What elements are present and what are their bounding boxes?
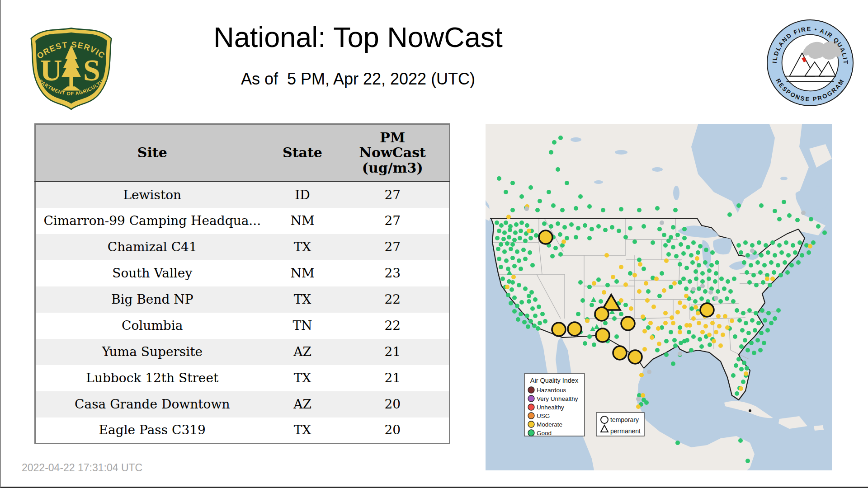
aqi-dot-good [599,299,603,304]
aqi-dot-good [519,267,523,271]
aqi-dot-good [690,260,695,265]
cell-state: AZ [269,391,336,418]
cell-site: Yuma Supersite [35,339,269,365]
aqi-dot-good [510,242,515,247]
table-row: ColumbiaTN22 [35,313,450,339]
aqi-dot-good [623,235,628,239]
aqi-dot-good [523,239,528,243]
aqi-map-svg: Air Quality Index HazardousVery Unhealth… [486,124,832,470]
aqi-dot-good [689,253,693,258]
cell-state: TX [269,286,336,313]
aqi-dot-good [666,252,671,257]
aqi-dot-good [755,338,760,343]
aqi-dot-good [614,334,619,339]
aqi-dot-good [760,308,764,313]
aqi-dot-good [795,218,800,222]
legend-item-label: Very Unhealthy [537,395,578,402]
aqi-dot-good [646,289,651,294]
aqi-dot-moderate [663,311,668,315]
aqi-dot-good [612,316,617,321]
aqi-dot-good [776,308,781,313]
cell-state: ID [269,182,336,208]
aqi-dot-good [617,229,621,233]
aqi-dot-good [662,233,666,237]
aqi-dot-good [646,325,651,330]
aqi-dot-good [504,190,508,194]
aqi-dot-moderate [638,262,642,267]
table-row: Lubbock 12th StreetTX21 [35,365,450,391]
aqi-dot-good [530,306,535,311]
aqi-dot-good [512,264,517,268]
aqi-dot-good [504,258,509,263]
header: National: Top NowCast As of 5 PM, Apr 22… [159,21,557,89]
aqi-dot-good [678,262,682,267]
aqi-dot-moderate [718,343,723,348]
aqi-dot-moderate [651,305,656,309]
aqi-dot-moderate [675,310,680,314]
aqi-dot-moderate [650,335,654,340]
aqi-dot-moderate [770,277,775,281]
aqi-dot-good [734,363,738,368]
aqi-dot-good [655,348,660,352]
aqi-dot-good [757,240,761,245]
aqi-dot-good [742,260,746,265]
aqi-dot-good [777,217,782,221]
cell-state: TX [269,418,336,444]
aqi-dot-good [703,289,708,294]
aqi-dot-moderate [721,333,725,337]
aqi-dot-good [785,270,790,275]
aqi-dot-good [754,311,758,315]
aqi-dot-good [596,224,601,229]
aqi-dot-good [497,229,501,233]
aqi-dot-good [528,236,533,240]
col-header-state: State [269,124,336,182]
aqi-dot-good [590,227,594,231]
aqi-dot-good [505,241,509,246]
cell-pm: 27 [336,208,450,234]
aqi-dot-moderate [511,275,516,279]
aqi-dot-good [506,293,510,297]
table-row: Casa Grande DowntownAZ20 [35,391,450,418]
table-row: Chamizal C41TX27 [35,234,450,260]
aqi-dot-good [737,318,742,323]
aqi-dot-good [750,243,755,248]
aqi-dot-good [796,260,801,265]
aqi-dot-moderate [714,330,718,334]
aqi-dot-moderate [739,386,743,391]
cell-state: AZ [269,339,336,365]
aqi-dot-good [542,221,547,226]
cell-site: Eagle Pass C319 [35,418,269,444]
aqi-dot-good [500,277,505,281]
aqi-dot-moderate [707,333,712,337]
top-site-marker-temporary [596,328,609,342]
aqi-dot-moderate [619,298,623,303]
aqi-dot-good [558,232,562,237]
aqi-dot-good [527,299,531,304]
aqi-dot-good [703,260,708,265]
aqi-dot-moderate [682,305,687,309]
aqi-dot-good [560,208,565,212]
aqi-dot-good [750,318,755,323]
aqi-dot-moderate [657,342,661,346]
cell-site: Big Bend NP [35,286,269,313]
aqi-dot-good [747,280,752,285]
aqi-dot-good [707,277,711,281]
aqi-dot-good [739,367,744,371]
aqi-dot-good [552,140,557,145]
aqi-dot-good [700,271,705,276]
aqi-dot-moderate [604,253,609,258]
aqi-dot-moderate [808,244,812,249]
aqi-dot-moderate [688,323,692,328]
aqi-dot-good [538,321,542,325]
aqi-dot-good [504,221,508,225]
aqi-dot-good [745,348,750,352]
aqi-dot-good [528,319,533,324]
legend-swatch-icon [528,430,534,436]
top-site-marker-temporary [539,230,552,244]
aqi-dot-moderate [592,281,596,286]
aqi-dot-moderate [723,314,727,319]
aqi-dot-good [522,320,527,324]
aqi-dot-good [733,334,737,339]
aqi-dot-good [532,324,537,328]
aqi-dot-good [671,225,675,230]
